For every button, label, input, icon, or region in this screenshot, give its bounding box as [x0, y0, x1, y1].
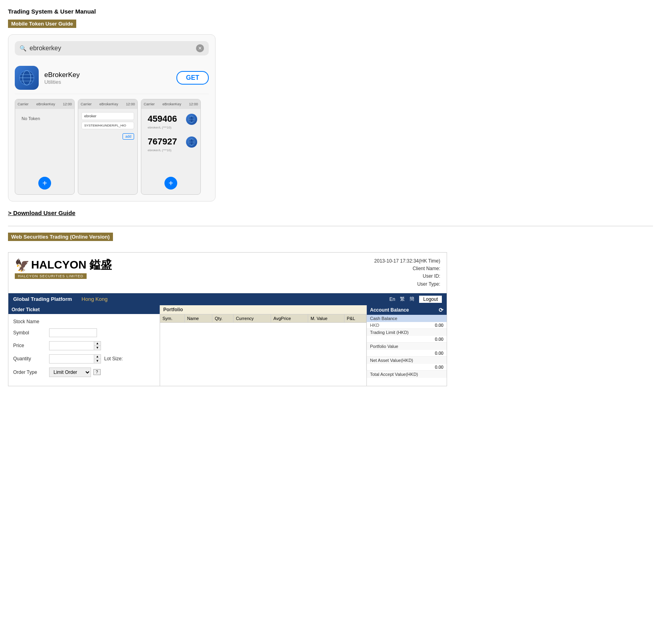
page-title: Trading System & User Manual: [8, 8, 653, 15]
hk-nav-label: Hong Kong: [81, 296, 107, 302]
user-type-label: User Type:: [374, 281, 440, 288]
mobile-token-section: Mobile Token User Guide 🔍 ✕ eBrokerK: [8, 20, 653, 216]
quantity-spin-up[interactable]: ▲: [94, 355, 101, 359]
account-balance-title: Account Balance: [370, 307, 409, 313]
trading-platform-header: 🦅 HALCYON 鎰盛 HALCYON SECURITIES LIMITED …: [8, 253, 447, 293]
screenshot-1: Carrier eBrokerKey 12:00 No Token +: [15, 99, 75, 195]
order-type-select[interactable]: Limit Order Market Order Stop Order: [49, 367, 91, 377]
get-button[interactable]: GET: [176, 71, 209, 85]
order-type-help-button[interactable]: ?: [93, 369, 101, 375]
scr2-body: ebroker SYSTEM/HKUNDER/FL_HIO add: [78, 109, 137, 144]
price-row: Price ▲ ▼: [13, 341, 155, 350]
order-ticket-panel: Order Ticket Stock Name Symbol Price: [8, 305, 160, 386]
trading-limit-value: 0.00: [367, 336, 447, 343]
trading-nav: Global Trading Platform Hong Kong En 繁 簡…: [8, 293, 447, 305]
order-type-wrapper: Limit Order Market Order Stop Order ?: [49, 367, 101, 377]
net-asset-value: 0.00: [367, 364, 447, 371]
price-label: Price: [13, 343, 49, 348]
account-balance-panel: Account Balance ⟳ Cash Balance HKD 0.00 …: [367, 305, 447, 386]
appstore-container: 🔍 ✕ eBrokerKey Utilities GET: [8, 34, 216, 201]
trading-platform: 🦅 HALCYON 鎰盛 HALCYON SECURITIES LIMITED …: [8, 252, 447, 386]
symbol-label: Symbol: [13, 330, 49, 336]
account-balance-header: Account Balance ⟳: [367, 305, 447, 315]
col-avgprice: AvgPrice: [271, 314, 308, 323]
quantity-row: Quantity ▲ ▼ Lot Size:: [13, 354, 155, 363]
trading-limit-name: Trading Limit (HKD): [367, 329, 447, 336]
halcyon-subtitle: HALCYON SECURITIES LIMITED: [15, 273, 87, 279]
col-pnl: P&L: [344, 314, 366, 323]
search-clear-button[interactable]: ✕: [196, 44, 204, 52]
col-qty: Qty.: [212, 314, 234, 323]
app-icon: [15, 66, 39, 90]
lang-en[interactable]: En: [390, 296, 396, 302]
price-input-wrapper: ▲ ▼: [49, 341, 101, 350]
app-name: eBrokerKey: [44, 71, 176, 79]
trading-nav-left: Global Trading Platform Hong Kong: [13, 296, 107, 302]
app-category: Utilities: [44, 79, 176, 85]
halcyon-logo: 🦅 HALCYON 鎰盛 HALCYON SECURITIES LIMITED: [15, 257, 112, 279]
refresh-icon[interactable]: ⟳: [439, 307, 443, 313]
price-spin-up[interactable]: ▲: [94, 342, 101, 346]
scr1-body: No Token: [15, 109, 74, 128]
web-trading-section: Web Securities Trading (Online Version) …: [8, 233, 653, 386]
col-currency: Currency: [233, 314, 271, 323]
quantity-input-wrapper: ▲ ▼: [49, 354, 101, 363]
order-ticket-header: Order Ticket: [8, 305, 160, 314]
total-accept-name: Total Accept Value(HKD): [367, 371, 447, 378]
portfolio-empty-row: [160, 322, 366, 370]
client-name-label: Client Name:: [374, 265, 440, 273]
platform-nav-label: Global Trading Platform: [13, 296, 72, 302]
hkd-label: HKD: [370, 323, 379, 328]
net-asset-name: Net Asset Value(HKD): [367, 357, 447, 364]
trading-nav-right: En 繁 簡 Logout: [390, 296, 442, 303]
symbol-row: Symbol: [13, 328, 155, 337]
col-mvalue: M. Value: [308, 314, 344, 323]
hkd-value: 0.00: [435, 323, 443, 328]
user-id-label: User ID:: [374, 273, 440, 280]
download-user-guide-link[interactable]: > Download User Guide: [8, 209, 653, 216]
price-spin-down[interactable]: ▼: [94, 346, 101, 350]
portfolio-value-name: Portfolio Value: [367, 343, 447, 350]
col-name: Name: [184, 314, 212, 323]
lang-tc[interactable]: 繁: [400, 296, 405, 302]
trading-time: 2013-10-17 17:32:34(HK Time): [374, 257, 440, 265]
quantity-spin-down[interactable]: ▼: [94, 359, 101, 363]
trading-time-info: 2013-10-17 17:32:34(HK Time) Client Name…: [374, 257, 440, 288]
trading-main: Order Ticket Stock Name Symbol Price: [8, 305, 447, 386]
scr2-header: Carrier eBrokerKey 12:00: [78, 99, 137, 109]
screenshots-strip: Carrier eBrokerKey 12:00 No Token + Carr…: [15, 99, 209, 195]
section-divider: [8, 226, 653, 226]
logout-button[interactable]: Logout: [419, 296, 442, 303]
web-trading-badge: Web Securities Trading (Online Version): [8, 233, 113, 241]
order-type-label: Order Type: [13, 369, 49, 375]
search-icon: 🔍: [20, 45, 26, 51]
app-listing: eBrokerKey Utilities GET: [15, 62, 209, 94]
screenshot-3: Carrier eBrokerKey 12:00 459406 ebroker/…: [141, 99, 201, 195]
app-info: eBrokerKey Utilities: [44, 71, 176, 85]
hkd-balance-row: HKD 0.00: [367, 322, 447, 329]
order-form: Stock Name Symbol Price ▲: [8, 314, 160, 386]
order-type-row: Order Type Limit Order Market Order Stop…: [13, 367, 155, 377]
symbol-input[interactable]: [49, 328, 97, 337]
lang-sc[interactable]: 簡: [410, 296, 414, 302]
portfolio-header: Portfolio: [160, 305, 366, 314]
search-bar: 🔍 ✕: [15, 41, 209, 55]
portfolio-table: Sym. Name Qty. Currency AvgPrice M. Valu…: [160, 314, 366, 371]
stock-name-label: Stock Name: [13, 319, 49, 324]
portfolio-value-value: 0.00: [367, 350, 447, 357]
quantity-input[interactable]: [49, 355, 94, 363]
scr3-plus: +: [164, 177, 177, 190]
price-input[interactable]: [49, 342, 94, 350]
scr3-body: 459406 ebroker/L (***10) 767927 ebroker/…: [141, 109, 200, 158]
balance-section: Cash Balance HKD 0.00 Trading Limit (HKD…: [367, 315, 447, 378]
col-sym: Sym.: [160, 314, 184, 323]
halcyon-bird-icon: 🦅: [15, 258, 30, 272]
search-input[interactable]: [30, 45, 196, 52]
lot-size-label: Lot Size:: [104, 356, 123, 362]
screenshot-2: Carrier eBrokerKey 12:00 ebroker SYSTEM/…: [78, 99, 138, 195]
quantity-label: Quantity: [13, 356, 49, 362]
scr1-plus: +: [38, 177, 51, 190]
quantity-spin-buttons: ▲ ▼: [94, 355, 101, 363]
cash-balance-title: Cash Balance: [367, 315, 447, 322]
halcyon-logo-text: 🦅 HALCYON 鎰盛: [15, 257, 112, 273]
